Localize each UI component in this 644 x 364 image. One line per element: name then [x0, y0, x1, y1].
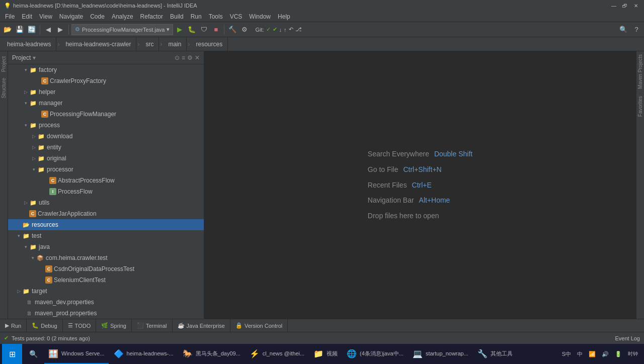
- git-revert-icon[interactable]: ↶: [289, 26, 293, 33]
- project-locate-icon[interactable]: ⊙: [175, 54, 180, 61]
- taskbar-input-method[interactable]: S中: [560, 350, 573, 358]
- run-button[interactable]: ▶: [174, 24, 185, 35]
- tree-item-java[interactable]: ▾ 📁 java: [8, 241, 204, 252]
- maven-projects-label[interactable]: Maven Projects: [637, 51, 643, 92]
- toolbar-settings-button[interactable]: ⚙: [239, 24, 250, 35]
- tree-item-manager[interactable]: ▾ 📁 manager: [8, 98, 204, 109]
- tree-item-target[interactable]: ▷ 📁 target: [8, 286, 204, 297]
- maximize-button[interactable]: 🗗: [621, 2, 629, 10]
- taskbar-zh-label[interactable]: 中: [575, 350, 585, 358]
- tree-item-maven-prod[interactable]: 🗎 maven_prod.properties: [8, 308, 204, 319]
- breadcrumb-project[interactable]: heima-leadnews: [2, 37, 56, 51]
- tree-item-helper[interactable]: ▷ 📁 helper: [8, 86, 204, 98]
- tab-version-control[interactable]: 🔒 Version Control: [230, 319, 288, 332]
- left-structure-label[interactable]: Structure: [1, 75, 7, 102]
- event-log-label[interactable]: Event Log: [615, 335, 640, 341]
- taskbar-item-heima-leadnews[interactable]: 🔷 heima-leadnews-...: [110, 344, 178, 364]
- tree-item-processflow[interactable]: I ProcessFlow: [8, 186, 204, 197]
- menu-vcs[interactable]: VCS: [227, 12, 246, 21]
- taskbar-item-cl-news[interactable]: ⚡ cl_news @ithei...: [246, 344, 308, 364]
- tree-item-process[interactable]: ▾ 📁 process: [8, 120, 204, 131]
- tree-item-crawlerjarapplication[interactable]: C CrawlerJarApplication: [8, 208, 204, 219]
- breadcrumb-resources[interactable]: resources: [191, 37, 228, 51]
- tree-item-download[interactable]: ▷ 📁 download: [8, 131, 204, 142]
- tree-item-factory[interactable]: ▾ 📁 factory: [8, 64, 204, 75]
- breadcrumb-src[interactable]: src: [140, 37, 159, 51]
- taskbar-right-area: S中 中 📶 🔊 🔋 时钟: [560, 350, 642, 358]
- left-project-label[interactable]: Project: [1, 53, 7, 75]
- taskbar-start-button[interactable]: ⊞: [2, 344, 22, 364]
- toolbar-build-button[interactable]: 🔨: [227, 24, 238, 35]
- run-with-coverage-button[interactable]: 🛡: [198, 24, 209, 35]
- menu-edit[interactable]: Edit: [19, 12, 35, 21]
- tree-item-processingflowmanager[interactable]: C ProcessingFlowManager: [8, 109, 204, 120]
- tree-item-csdnoriginal[interactable]: C CsdnOriginalDataProcessTest: [8, 263, 204, 275]
- toolbar-forward-button[interactable]: ▶: [55, 24, 66, 35]
- taskbar-item-other-tools[interactable]: 🔧 其他工具: [473, 344, 517, 364]
- stop-button[interactable]: ■: [210, 24, 221, 35]
- toolbar-help-button[interactable]: ?: [631, 24, 642, 35]
- taskbar-volume-icon[interactable]: 🔊: [600, 351, 611, 357]
- tab-debug[interactable]: 🐛 Debug: [27, 319, 62, 332]
- tree-item-maven-dev[interactable]: 🗎 maven_dev.properties: [8, 297, 204, 308]
- menu-help[interactable]: Help: [275, 12, 293, 21]
- menu-analyze[interactable]: Analyze: [109, 12, 136, 21]
- tree-item-com-heima-crawler-test[interactable]: ▾ 📦 com.heima.crawler.test: [8, 252, 204, 263]
- menu-refactor[interactable]: Refactor: [137, 12, 166, 21]
- tab-terminal[interactable]: ⬛ Terminal: [132, 319, 173, 332]
- minimize-button[interactable]: —: [610, 2, 618, 10]
- taskbar-item-heima-day09[interactable]: 🐎 黑马头条_day09...: [179, 344, 245, 364]
- taskbar-item-video[interactable]: 📁 视频: [309, 344, 342, 364]
- tab-spring[interactable]: 🌿 Spring: [96, 319, 132, 332]
- toolbar-refresh-button[interactable]: 🔄: [26, 24, 37, 35]
- tab-todo[interactable]: ☰ TODO: [63, 319, 97, 332]
- menu-navigate[interactable]: Navigate: [56, 12, 86, 21]
- git-push-icon[interactable]: ↑: [284, 27, 287, 33]
- tree-item-utils[interactable]: ▷ 📁 utils: [8, 197, 204, 208]
- taskbar-item-startup[interactable]: 💻 startup_nowrap...: [409, 344, 472, 364]
- menu-build[interactable]: Build: [167, 12, 187, 21]
- toolbar-search-button[interactable]: 🔍: [618, 24, 629, 35]
- project-hide-icon[interactable]: ✕: [195, 54, 200, 61]
- tree-item-seleniumclienttest[interactable]: C SeleniumClientTest: [8, 275, 204, 286]
- close-button[interactable]: ✕: [632, 2, 640, 10]
- tree-item-crawlerproxyfactory[interactable]: C CrawlerProxyFactory: [8, 75, 204, 86]
- git-check-icon: ✓: [266, 26, 271, 33]
- menu-code[interactable]: Code: [87, 12, 108, 21]
- taskbar-battery-icon[interactable]: 🔋: [613, 351, 624, 357]
- menu-run[interactable]: Run: [188, 12, 205, 21]
- menu-view[interactable]: View: [36, 12, 55, 21]
- tree-item-abstractprocessflow[interactable]: C AbstractProcessFlow: [8, 175, 204, 186]
- git-branch-icon[interactable]: ⎇: [295, 26, 302, 33]
- tree-item-resources[interactable]: 📂 resources: [8, 219, 204, 230]
- toolbar-open-button[interactable]: 📂: [2, 24, 13, 35]
- menu-window[interactable]: Window: [246, 12, 274, 21]
- tree-item-original[interactable]: ▷ 📁 original: [8, 153, 204, 164]
- tree-item-processor[interactable]: ▾ 📁 processor: [8, 164, 204, 175]
- project-settings-icon[interactable]: ⚙: [187, 54, 193, 61]
- taskbar-network-icon[interactable]: 📶: [587, 351, 598, 357]
- debug-tab-icon: 🐛: [32, 322, 39, 329]
- taskbar-item-windows-server[interactable]: 🪟 Windows Serve...: [44, 344, 109, 364]
- breadcrumb-crawler[interactable]: heima-leadnews-crawler: [60, 37, 136, 51]
- breadcrumb-main[interactable]: main: [163, 37, 187, 51]
- editor-area[interactable]: Search Everywhere Double Shift Go to Fil…: [204, 51, 636, 319]
- menu-file[interactable]: File: [2, 12, 18, 21]
- menu-tools[interactable]: Tools: [206, 12, 226, 21]
- debug-button[interactable]: 🐛: [186, 24, 197, 35]
- taskbar-search-button[interactable]: 🔍: [23, 344, 43, 364]
- folder-icon-download: 📁: [37, 132, 45, 140]
- run-config-selector[interactable]: ⚙ ProcessingFlowManagerTest.java ▾: [71, 24, 173, 35]
- tab-java-enterprise[interactable]: ☕ Java Enterprise: [173, 319, 230, 332]
- project-collapse-icon[interactable]: ≡: [182, 54, 185, 61]
- taskbar-item-java-article[interactable]: 🌐 (4条消息)java中...: [343, 344, 408, 364]
- tab-run[interactable]: ▶ Run: [0, 319, 27, 332]
- git-update-icon[interactable]: ↓: [279, 27, 282, 33]
- toolbar-save-button[interactable]: 💾: [14, 24, 25, 35]
- tree-item-test[interactable]: ▾ 📁 test: [8, 230, 204, 241]
- expand-arrow-process: ▾: [22, 122, 29, 129]
- taskbar-label-cl-news: cl_news @ithei...: [263, 350, 304, 356]
- tree-item-entity[interactable]: ▷ 📁 entity: [8, 142, 204, 153]
- favorites-label[interactable]: Favorites: [637, 93, 643, 120]
- toolbar-back-button[interactable]: ◀: [43, 24, 54, 35]
